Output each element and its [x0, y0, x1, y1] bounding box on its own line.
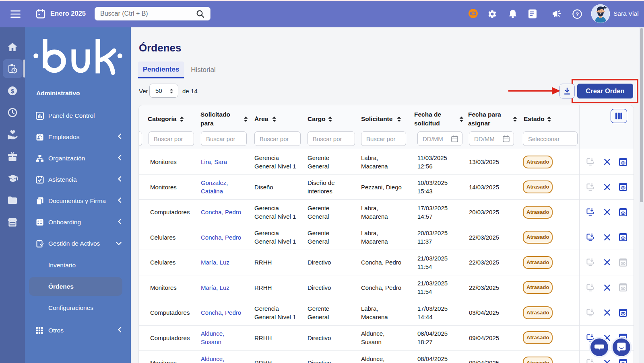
svg-text:?: ?: [576, 11, 579, 17]
svg-text:$: $: [11, 88, 14, 94]
